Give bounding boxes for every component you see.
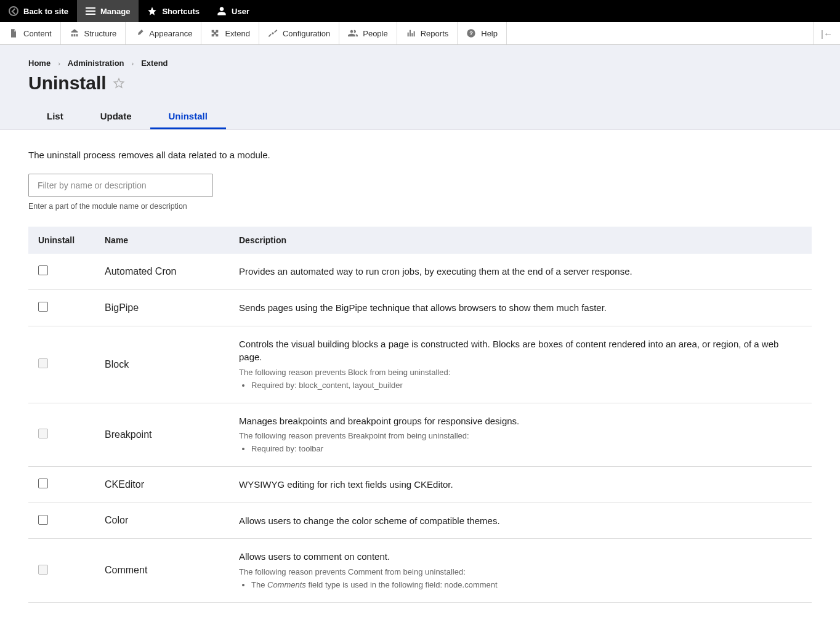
module-description: Manages breakpoints and breakpoint group…	[239, 414, 802, 428]
menu-reports[interactable]: Reports	[397, 22, 458, 44]
chart-icon	[406, 28, 416, 38]
modules-table: Uninstall Name Description Automated Cro…	[28, 227, 812, 603]
admin-menu: Content Structure Appearance Extend Conf…	[0, 22, 840, 45]
uninstall-checkbox	[38, 565, 48, 575]
table-row: ColorAllows users to change the color sc…	[28, 503, 812, 539]
tab-update[interactable]: Update	[82, 105, 150, 129]
table-row: Automated CronProvides an automated way …	[28, 254, 812, 289]
th-description: Description	[229, 227, 812, 254]
manage-label: Manage	[100, 7, 130, 16]
menu-content[interactable]: Content	[0, 22, 61, 44]
uninstall-checkbox[interactable]	[38, 515, 48, 525]
prevent-reason: The following reason prevents Comment fr…	[239, 567, 802, 591]
menu-icon	[86, 7, 95, 15]
table-row: BreakpointManages breakpoints and breakp…	[28, 403, 812, 466]
uninstall-checkbox	[38, 358, 48, 368]
tools-icon	[268, 28, 278, 38]
manage-button[interactable]: Manage	[77, 0, 139, 22]
menu-help[interactable]: ? Help	[458, 22, 507, 44]
module-description: Sends pages using the BigPipe technique …	[239, 301, 802, 315]
module-description: Controls the visual building blocks a pa…	[239, 337, 802, 365]
uninstall-checkbox	[38, 429, 48, 438]
module-description: Allows users to change the color scheme …	[239, 514, 802, 528]
content: The uninstall process removes all data r…	[0, 130, 840, 622]
svg-text:?: ?	[469, 30, 473, 36]
prevent-reason: The following reason prevents Block from…	[239, 368, 802, 392]
filter-input[interactable]	[28, 174, 213, 197]
uninstall-checkbox[interactable]	[38, 479, 48, 488]
puzzle-icon	[210, 28, 220, 38]
breadcrumb-admin[interactable]: Administration	[68, 59, 124, 68]
module-description: WYSIWYG editing for rich text fields usi…	[239, 478, 802, 491]
chevron-right-icon: ›	[132, 60, 134, 67]
file-icon	[9, 28, 18, 38]
menu-structure[interactable]: Structure	[61, 22, 126, 44]
wrench-icon	[134, 28, 144, 38]
breadcrumb: Home › Administration › Extend	[28, 59, 812, 68]
intro-text: The uninstall process removes all data r…	[28, 150, 812, 160]
module-name: BigPipe	[105, 302, 139, 313]
table-row: CKEditorWYSIWYG editing for rich text fi…	[28, 466, 812, 503]
filter-help: Enter a part of the module name or descr…	[28, 202, 812, 211]
th-name: Name	[95, 227, 229, 254]
star-outline-icon[interactable]	[113, 77, 125, 89]
uninstall-checkbox[interactable]	[38, 302, 48, 312]
table-row: BigPipeSends pages using the BigPipe tec…	[28, 289, 812, 326]
collapse-icon: |←	[821, 28, 833, 39]
back-label: Back to site	[23, 7, 68, 16]
uninstall-checkbox[interactable]	[38, 265, 48, 275]
module-name: Automated Cron	[105, 266, 177, 277]
menu-configuration[interactable]: Configuration	[259, 22, 339, 44]
shortcuts-button[interactable]: Shortcuts	[139, 0, 208, 22]
module-name: Color	[105, 515, 128, 525]
menu-extend[interactable]: Extend	[201, 22, 259, 44]
breadcrumb-extend[interactable]: Extend	[141, 59, 168, 68]
user-button[interactable]: User	[208, 0, 258, 22]
module-description: Provides an automated way to run cron jo…	[239, 265, 802, 278]
module-name: Comment	[105, 565, 147, 575]
star-icon	[147, 6, 157, 16]
module-name: CKEditor	[105, 479, 144, 490]
prevent-reason: The following reason prevents Breakpoint…	[239, 431, 802, 455]
page-title: Uninstall	[28, 73, 812, 94]
breadcrumb-home[interactable]: Home	[28, 59, 50, 68]
module-name: Breakpoint	[105, 429, 152, 440]
toolbar: Back to site Manage Shortcuts User	[0, 0, 840, 22]
module-name: Block	[105, 359, 129, 370]
user-icon	[217, 6, 227, 16]
back-icon	[9, 6, 18, 16]
structure-icon	[70, 28, 79, 38]
page-header: Home › Administration › Extend Uninstall…	[0, 45, 840, 130]
shortcuts-label: Shortcuts	[162, 7, 200, 16]
collapse-sidebar-button[interactable]: |←	[813, 22, 840, 44]
tab-list[interactable]: List	[28, 105, 82, 129]
chevron-right-icon: ›	[58, 60, 60, 67]
table-row: CommentAllows users to comment on conten…	[28, 539, 812, 602]
module-description: Allows users to comment on content.	[239, 550, 802, 563]
menu-people[interactable]: People	[339, 22, 397, 44]
help-icon: ?	[466, 28, 476, 38]
tab-uninstall[interactable]: Uninstall	[150, 105, 226, 129]
back-to-site-button[interactable]: Back to site	[0, 0, 77, 22]
tabs: List Update Uninstall	[28, 105, 812, 129]
th-uninstall: Uninstall	[28, 227, 95, 254]
user-label: User	[232, 7, 249, 16]
people-icon	[348, 28, 358, 38]
menu-appearance[interactable]: Appearance	[126, 22, 201, 44]
table-row: BlockControls the visual building blocks…	[28, 326, 812, 403]
